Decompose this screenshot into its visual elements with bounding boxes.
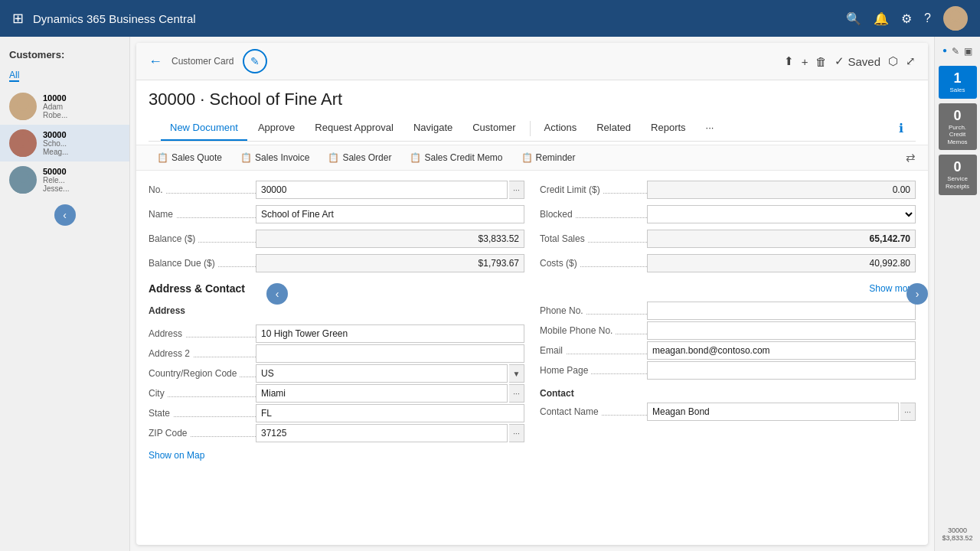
grid-icon[interactable]: ⊞ bbox=[12, 10, 24, 27]
edit-icon[interactable]: ✎ bbox=[243, 49, 267, 73]
help-icon[interactable]: ? bbox=[924, 11, 931, 25]
customer-card: ← Customer Card ✎ ⬆ + 🗑 ✓ Saved ⬡ ⤢ 300 bbox=[136, 43, 928, 545]
tab-navigate[interactable]: Navigate bbox=[404, 116, 462, 141]
tab-new-document[interactable]: New Document bbox=[161, 116, 247, 141]
sidebar-item-text-30000: 30000 Scho... Meag... bbox=[43, 130, 120, 156]
email-input[interactable] bbox=[647, 341, 916, 360]
sidebar-item-50000[interactable]: 50000 Rele... Jesse... bbox=[0, 161, 129, 198]
settings-icon[interactable]: ⚙ bbox=[901, 11, 912, 26]
city-row: City ··· bbox=[149, 383, 524, 403]
contact-subsection-label: Contact bbox=[540, 388, 916, 399]
name-input[interactable] bbox=[256, 205, 524, 223]
no-label: No. bbox=[149, 184, 256, 195]
contact-name-input-group: ··· bbox=[647, 403, 916, 421]
add-icon[interactable]: + bbox=[802, 55, 808, 68]
user-avatar[interactable] bbox=[943, 6, 968, 31]
balance-due-row: Balance Due ($) bbox=[149, 253, 524, 273]
phone-input[interactable] bbox=[647, 302, 916, 320]
sales-invoice-button[interactable]: 📋 Sales Invoice bbox=[232, 148, 318, 167]
address-fields: Address Address Address 2 bbox=[149, 301, 916, 461]
rp-card-sales[interactable]: 1 Sales bbox=[939, 66, 977, 99]
homepage-label: Home Page bbox=[540, 365, 647, 376]
country-input-group: ▼ bbox=[256, 364, 524, 383]
sales-quote-button[interactable]: 📋 Sales Quote bbox=[149, 148, 230, 167]
reminder-icon: 📋 bbox=[521, 152, 533, 163]
rp-bottom-id: 30000 bbox=[942, 527, 972, 534]
info-icon[interactable]: ℹ bbox=[899, 121, 903, 135]
share-icon[interactable]: ⬆ bbox=[784, 54, 794, 68]
zip-input[interactable] bbox=[256, 424, 508, 442]
nav-arrow-left[interactable]: ‹ bbox=[266, 283, 288, 305]
app-title: Dynamics 365 Business Central bbox=[33, 12, 837, 25]
total-sales-row: Total Sales bbox=[540, 229, 916, 249]
sidebar-item-30000[interactable]: 30000 Scho... Meag... bbox=[0, 125, 129, 161]
no-input[interactable] bbox=[256, 181, 508, 199]
country-label: Country/Region Code bbox=[149, 368, 256, 379]
city-input[interactable] bbox=[256, 384, 508, 403]
sidebar-back-button[interactable]: ‹ bbox=[54, 204, 76, 226]
bell-icon[interactable]: 🔔 bbox=[874, 11, 889, 26]
state-input[interactable] bbox=[256, 404, 524, 422]
delete-icon[interactable]: 🗑 bbox=[815, 55, 827, 68]
credit-limit-input[interactable] bbox=[647, 181, 916, 199]
address-input[interactable] bbox=[256, 324, 524, 343]
tab-actions[interactable]: Actions bbox=[535, 116, 586, 141]
rp-card-service[interactable]: 0 Service Receipts bbox=[939, 155, 977, 194]
city-label: City bbox=[149, 388, 256, 399]
sidebar-filter: All bbox=[0, 67, 129, 88]
country-input[interactable] bbox=[256, 364, 508, 383]
credit-limit-label: Credit Limit ($) bbox=[540, 184, 647, 195]
open-in-new-icon[interactable]: ⬡ bbox=[888, 54, 898, 68]
contact-right: Phone No. Mobile Phone No. bbox=[540, 301, 916, 461]
right-panel: ● ✎ ▣ 1 Sales 0 Purch. Credit Memos 0 Se… bbox=[934, 37, 980, 551]
tab-related[interactable]: Related bbox=[587, 116, 640, 141]
no-ellipsis-button[interactable]: ··· bbox=[509, 181, 524, 199]
tab-approve[interactable]: Approve bbox=[249, 116, 304, 141]
rp-pencil-icon[interactable]: ✎ bbox=[952, 46, 959, 57]
reminder-button[interactable]: 📋 Reminder bbox=[513, 148, 584, 167]
rp-card-purch-num: 0 bbox=[942, 108, 974, 124]
sidebar-item-10000[interactable]: 10000 Adam Robe... bbox=[0, 88, 129, 125]
show-on-map-link[interactable]: Show on Map bbox=[149, 450, 204, 461]
email-label: Email bbox=[540, 345, 647, 356]
sidebar-item-text-10000: 10000 Adam Robe... bbox=[43, 93, 120, 119]
no-input-group: ··· bbox=[256, 181, 524, 199]
address-row: Address bbox=[149, 324, 524, 344]
mobile-input[interactable] bbox=[647, 321, 916, 340]
address-section-title: Address & Contact bbox=[149, 282, 245, 295]
svg-point-3 bbox=[12, 110, 34, 120]
page-title: 30000 · School of Fine Art bbox=[149, 90, 916, 109]
sales-order-button[interactable]: 📋 Sales Order bbox=[319, 148, 400, 167]
card-title-area: 30000 · School of Fine Art New Document … bbox=[136, 80, 928, 145]
blocked-select[interactable] bbox=[647, 205, 916, 223]
contact-name-input[interactable] bbox=[647, 403, 899, 421]
balance-label: Balance ($) bbox=[149, 233, 256, 244]
form-area: No. ··· Credit Limit ($) bbox=[136, 171, 928, 545]
phone-label: Phone No. bbox=[540, 305, 647, 316]
tab-reports[interactable]: Reports bbox=[642, 116, 695, 141]
tab-more[interactable]: ··· bbox=[697, 116, 724, 141]
tab-customer[interactable]: Customer bbox=[463, 116, 524, 141]
rp-card-sales-num: 1 bbox=[942, 70, 974, 86]
city-ellipsis-button[interactable]: ··· bbox=[509, 384, 524, 403]
zip-ellipsis-button[interactable]: ··· bbox=[509, 424, 524, 442]
country-dropdown-button[interactable]: ▼ bbox=[509, 364, 524, 383]
expand-icon[interactable]: ⤢ bbox=[906, 54, 916, 68]
rp-card-purch[interactable]: 0 Purch. Credit Memos bbox=[939, 103, 977, 151]
address2-input[interactable] bbox=[256, 344, 524, 363]
sales-credit-memo-button[interactable]: 📋 Sales Credit Memo bbox=[401, 148, 511, 167]
sub-ribbon-settings-icon[interactable]: ⇄ bbox=[906, 151, 916, 165]
zip-row: ZIP Code ··· bbox=[149, 423, 524, 443]
homepage-input[interactable] bbox=[647, 361, 916, 380]
contact-name-ellipsis-button[interactable]: ··· bbox=[900, 403, 916, 421]
back-button[interactable]: ← bbox=[149, 54, 162, 70]
tab-request-approval[interactable]: Request Approval bbox=[305, 116, 403, 141]
city-input-group: ··· bbox=[256, 384, 524, 403]
search-icon[interactable]: 🔍 bbox=[846, 11, 861, 26]
nav-arrow-right[interactable]: › bbox=[906, 283, 928, 305]
svg-point-0 bbox=[950, 10, 961, 21]
sales-quote-icon: 📋 bbox=[157, 152, 168, 163]
blocked-label: Blocked bbox=[540, 209, 647, 220]
name-label: Name bbox=[149, 209, 256, 220]
filter-all[interactable]: All bbox=[9, 70, 19, 82]
